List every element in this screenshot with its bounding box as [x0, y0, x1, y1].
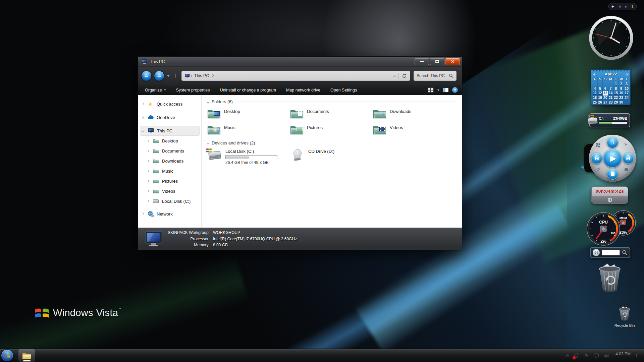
next-track-button[interactable]: ▶ [623, 153, 634, 164]
folders-section-header[interactable]: Folders (6) [207, 99, 456, 104]
drive-meter-gadget[interactable]: C:\ 23/49GB [589, 113, 630, 127]
sidebar-item-local-disk[interactable]: Local Disk (C:) [138, 196, 201, 206]
sidebar-item-documents[interactable]: Documents [138, 146, 201, 156]
start-button[interactable] [1, 349, 13, 362]
show-desktop-button[interactable] [636, 354, 641, 357]
sidebar-item-this-pc[interactable]: This PC [140, 126, 200, 136]
system-properties-button[interactable]: System properties [176, 88, 210, 93]
expander-icon[interactable] [141, 213, 144, 215]
add-gadget-button[interactable]: + [611, 4, 614, 9]
expander-icon[interactable] [147, 190, 149, 192]
next-page-icon[interactable] [625, 5, 627, 8]
expander-icon[interactable] [147, 180, 149, 182]
collapse-icon[interactable] [207, 141, 209, 144]
preview-pane-icon[interactable] [443, 88, 448, 92]
cpu-gauge-gadget[interactable]: CPU 100 2% [586, 212, 621, 246]
media-library-icon[interactable] [596, 143, 600, 147]
desktop-icon-recycle-bin[interactable]: Recycle Bin [612, 306, 637, 327]
close-button[interactable] [445, 58, 460, 65]
clock-gadget[interactable] [589, 16, 633, 60]
organize-button[interactable]: Organize [145, 88, 166, 93]
address-dropdown-icon[interactable] [393, 74, 396, 77]
previous-month-icon[interactable] [593, 73, 595, 76]
folder-item-music[interactable]: ♪ Music [207, 124, 290, 136]
previous-track-button[interactable]: ◀ [591, 153, 602, 164]
repeat-icon[interactable]: ↺ [596, 167, 600, 172]
power-icon[interactable] [608, 198, 612, 202]
recycle-bin-gadget[interactable] [595, 262, 625, 295]
previous-page-icon[interactable] [619, 5, 621, 8]
back-button[interactable]: ← [141, 71, 152, 81]
display-tray-icon[interactable] [593, 353, 599, 359]
up-button[interactable]: ↑ [174, 73, 177, 78]
expander-icon[interactable] [141, 116, 144, 119]
search-icon[interactable] [622, 250, 628, 255]
taskbar-item-file-explorer[interactable] [18, 349, 35, 362]
drive-item-local-disk[interactable]: Local Disk (C:) 26.4 GB free of 49.3 GB [207, 149, 290, 165]
maximize-button[interactable] [430, 58, 444, 65]
next-month-icon[interactable] [627, 73, 629, 76]
minimize-button[interactable] [415, 58, 429, 65]
sidebar-item-downloads[interactable]: Downloads [138, 156, 201, 166]
clock-time[interactable]: 4:03 PM [615, 352, 631, 356]
devices-section-header[interactable]: Devices and drives (2) [207, 140, 456, 145]
folder-item-downloads[interactable]: ↓ Downloads [373, 108, 455, 120]
drive-usage-bar [599, 121, 627, 124]
sidebar-item-desktop[interactable]: Desktop [138, 136, 201, 146]
search-gadget[interactable]: G [590, 247, 630, 258]
drive-item-cd[interactable]: CD Drive (D:) [290, 149, 373, 165]
sidebar-item-pictures[interactable]: Pictures [138, 176, 201, 186]
address-bar[interactable]: This PC [181, 71, 410, 81]
breadcrumb-chevron-icon[interactable] [211, 74, 214, 77]
disk-usage-fill [226, 156, 249, 159]
stop-button[interactable] [607, 168, 618, 180]
expander-icon[interactable] [147, 149, 149, 152]
help-glyph: ? [454, 88, 456, 92]
sidebar-item-quick-access[interactable]: ★ Quick access [138, 99, 201, 109]
volume-tray-icon[interactable] [603, 353, 609, 359]
uptime-timer-gadget[interactable]: 00h:04m:42s [591, 186, 628, 204]
refresh-icon[interactable] [402, 73, 407, 78]
media-forward-icon[interactable]: » [624, 141, 627, 147]
sidebar-item-videos[interactable]: Videos [138, 186, 201, 196]
expander-icon[interactable] [141, 103, 144, 105]
open-settings-button[interactable]: Open Settings [330, 88, 357, 93]
sidebar-label: Music [162, 169, 173, 174]
sidebar-item-onedrive[interactable]: OneDrive [138, 112, 201, 122]
forward-button[interactable]: → [154, 71, 164, 81]
search-icon[interactable] [449, 73, 453, 78]
expander-icon[interactable] [147, 160, 149, 162]
views-dropdown-icon[interactable] [437, 89, 439, 91]
map-network-drive-button[interactable]: Map network drive [286, 88, 320, 93]
active-task-indicator [23, 360, 31, 361]
gadget-search-input[interactable] [602, 250, 620, 255]
search-input[interactable] [417, 73, 449, 78]
show-hidden-icons-button[interactable] [566, 354, 570, 358]
expander-icon[interactable] [147, 139, 149, 142]
collapse-icon[interactable] [207, 100, 209, 103]
expander-icon[interactable] [142, 129, 144, 132]
recent-pages-dropdown[interactable] [167, 75, 170, 77]
sidebar-item-music[interactable]: Music [138, 166, 201, 176]
folder-item-documents[interactable]: Documents [290, 108, 373, 120]
calendar-gadget[interactable]: Apr 22 F S S M T W T 1 2 3 4 5 6 7 8 9 1… [591, 69, 631, 105]
breadcrumb-this-pc[interactable]: This PC [194, 73, 209, 78]
folder-item-pictures[interactable]: Pictures [290, 124, 373, 136]
expander-icon[interactable] [147, 200, 149, 202]
play-button[interactable]: ▶ [603, 149, 622, 168]
help-icon[interactable]: ? [452, 87, 458, 93]
folder-item-desktop[interactable]: Desktop [207, 108, 290, 120]
breadcrumb-chevron-icon[interactable] [190, 74, 192, 77]
search-box[interactable] [414, 71, 457, 81]
update-tray-icon[interactable] [573, 353, 579, 359]
media-folder-icon[interactable] [625, 168, 628, 171]
sidebar-item-network[interactable]: Network [138, 209, 201, 219]
title-bar[interactable]: This PC [138, 57, 462, 67]
shuffle-button[interactable]: ↑↓ [607, 137, 618, 148]
expander-icon[interactable] [147, 170, 149, 172]
uninstall-program-button[interactable]: Uninstall or change a program [220, 88, 276, 93]
details-pane: SKINPACK Workgroup: WORKGROUP Processor:… [138, 228, 462, 250]
power-plug-tray-icon[interactable] [583, 353, 589, 359]
change-view-icon[interactable] [428, 87, 434, 93]
folder-item-videos[interactable]: Videos [373, 124, 455, 136]
